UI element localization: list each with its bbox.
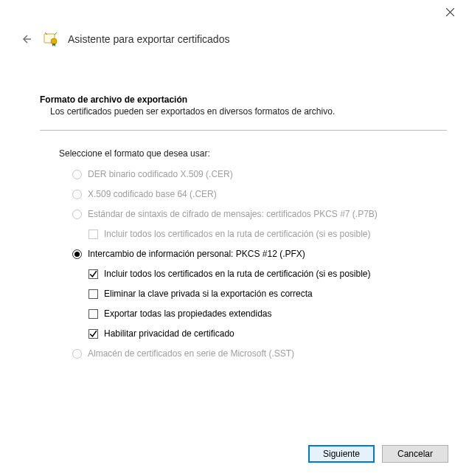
next-button[interactable]: Siguiente: [308, 445, 375, 463]
wizard-window: Asistente para exportar certificados For…: [0, 0, 469, 476]
back-arrow-icon: [21, 33, 32, 45]
radio-label: Estándar de sintaxis de cifrado de mensa…: [88, 209, 378, 220]
button-bar: Siguiente Cancelar: [308, 445, 448, 463]
section-description: Los certificados pueden ser exportados e…: [50, 106, 447, 117]
check-include-chain[interactable]: Incluir todos los certificados en la rut…: [88, 269, 447, 280]
radio-sst: Almacén de certificados en serie de Micr…: [72, 348, 447, 359]
checkbox-label: Incluir todos los certificados en la rut…: [104, 229, 371, 240]
radio-base64: X.509 codificado base 64 (.CER): [72, 189, 447, 200]
radio-label: X.509 codificado base 64 (.CER): [88, 189, 217, 200]
checkbox-icon: [88, 289, 98, 299]
svg-point-4: [51, 38, 57, 44]
radio-icon: [72, 349, 82, 359]
radio-icon: [72, 249, 82, 259]
radio-label: DER binario codificado X.509 (.CER): [88, 169, 233, 180]
radio-icon: [72, 210, 82, 219]
format-prompt: Seleccione el formato que desea usar:: [59, 148, 447, 159]
radio-der: DER binario codificado X.509 (.CER): [72, 169, 447, 180]
close-icon: [446, 8, 454, 16]
radio-pkcs7: Estándar de sintaxis de cifrado de mensa…: [72, 209, 447, 220]
checkbox-label: Habilitar privacidad de certificado: [104, 328, 234, 339]
radio-label: Intercambio de información personal: PKC…: [88, 249, 305, 260]
checkbox-icon: [88, 309, 98, 319]
cancel-button[interactable]: Cancelar: [382, 445, 448, 463]
wizard-header: Asistente para exportar certificados: [19, 31, 454, 47]
checkbox-label: Incluir todos los certificados en la rut…: [104, 269, 371, 280]
close-button[interactable]: [440, 4, 460, 19]
checkbox-label: Exportar todas las propiedades extendida…: [104, 308, 271, 320]
back-button[interactable]: [19, 32, 34, 46]
checkbox-icon: [88, 269, 98, 279]
radio-icon: [72, 190, 82, 199]
radio-icon: [72, 170, 82, 179]
check-export-extended[interactable]: Exportar todas las propiedades extendida…: [88, 308, 447, 320]
wizard-title: Asistente para exportar certificados: [68, 33, 229, 45]
separator: [40, 130, 447, 131]
radio-label: Almacén de certificados en serie de Micr…: [88, 348, 294, 359]
check-pkcs7-include-chain: Incluir todos los certificados en la rut…: [88, 229, 447, 240]
certificate-icon: [43, 31, 59, 47]
checkbox-label: Eliminar la clave privada si la exportac…: [104, 289, 313, 300]
wizard-content: Formato de archivo de exportación Los ce…: [40, 94, 447, 368]
checkbox-icon: [88, 329, 98, 339]
check-delete-key[interactable]: Eliminar la clave privada si la exportac…: [88, 289, 447, 300]
section-title: Formato de archivo de exportación: [40, 94, 447, 105]
checkbox-icon: [88, 230, 98, 239]
format-options: DER binario codificado X.509 (.CER) X.50…: [72, 169, 447, 359]
check-enable-privacy[interactable]: Habilitar privacidad de certificado: [88, 328, 447, 339]
radio-pkcs12[interactable]: Intercambio de información personal: PKC…: [72, 249, 447, 260]
